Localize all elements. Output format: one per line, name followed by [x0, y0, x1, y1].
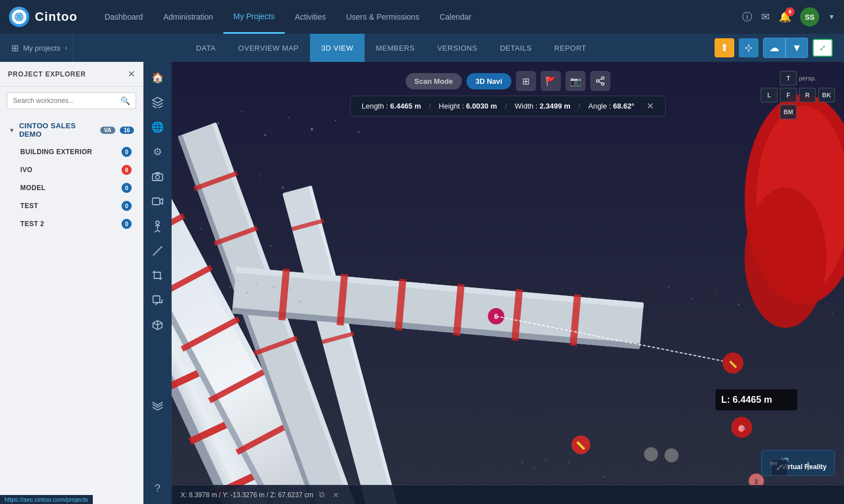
workzone-count: 0 — [122, 219, 132, 229]
camera-view-icon[interactable] — [146, 165, 169, 188]
annotation-icon[interactable] — [146, 289, 169, 312]
workzone-search[interactable]: 🔍 — [7, 92, 136, 109]
sub-navigation: ⊞ My projects › DATA OVERVIEW MAP 3D VIE… — [0, 34, 844, 62]
workzone-building-exterior[interactable]: BUILDING EXTERIOR 0 — [16, 143, 136, 161]
status-bar: X: 8.3978 m / Y: -13.3276 m / Z: 67.6237… — [172, 485, 844, 504]
svg-point-95 — [246, 292, 249, 294]
svg-point-73 — [744, 188, 826, 328]
nav-my-projects[interactable]: My Projects — [223, 0, 285, 34]
mail-icon[interactable]: ✉ — [761, 11, 770, 23]
svg-point-21 — [200, 228, 201, 230]
camera-icon[interactable]: 📷 — [565, 71, 586, 91]
svg-point-111 — [596, 80, 599, 83]
copy-coords-icon[interactable]: ⧉ — [319, 490, 325, 500]
measurement-close-icon[interactable]: ✕ — [647, 101, 654, 111]
project-explorer-sidebar: PROJECT EXPLORER ✕ 🔍 ▼ CINTOO SALES DEMO… — [0, 62, 143, 504]
notifications-icon[interactable]: 🔔 9 — [779, 11, 791, 23]
help-icon[interactable]: ? — [146, 477, 169, 500]
pipes-scene: 6 📏 📏 🎯 4 2 — [172, 62, 844, 504]
workzone-name: BUILDING EXTERIOR — [20, 148, 122, 156]
svg-point-107 — [580, 473, 582, 475]
globe-icon[interactable]: 🌐 — [146, 116, 169, 138]
logo-area[interactable]: Cintoo — [9, 7, 78, 27]
video-icon[interactable] — [146, 190, 169, 213]
crop-icon[interactable] — [146, 264, 169, 287]
nav-calendar[interactable]: Calendar — [429, 0, 482, 34]
app-name: Cintoo — [35, 10, 78, 24]
cam-top-button[interactable]: T — [780, 71, 797, 86]
share-icon[interactable] — [590, 71, 610, 91]
settings-icon[interactable]: ⚙ — [146, 141, 169, 163]
svg-text:2: 2 — [755, 479, 758, 485]
project-header[interactable]: ▼ CINTOO SALES DEMO VA 16 — [7, 118, 136, 142]
workzone-count: 0 — [122, 183, 132, 193]
measure-icon[interactable] — [146, 240, 169, 262]
svg-point-94 — [238, 281, 239, 282]
user-avatar[interactable]: SS — [800, 7, 819, 26]
workzone-model[interactable]: MODEL 0 — [16, 179, 136, 197]
close-coords-icon[interactable]: ✕ — [333, 490, 339, 500]
tab-overview-map[interactable]: OVERVIEW MAP — [227, 34, 310, 62]
nav-activities[interactable]: Activities — [285, 0, 336, 34]
cam-perspective-label: persp. — [799, 75, 816, 82]
cam-back-button[interactable]: BK — [818, 88, 835, 102]
tab-details[interactable]: DETAILS — [488, 34, 543, 62]
sidebar-header: PROJECT EXPLORER ✕ — [0, 62, 143, 87]
3d-viewport[interactable]: 6 📏 📏 🎯 4 2 — [172, 62, 844, 504]
person-location-icon[interactable] — [146, 215, 169, 237]
svg-line-114 — [599, 79, 601, 80]
tab-3d-view[interactable]: 3D VIEW — [310, 34, 365, 62]
svg-point-12 — [264, 134, 266, 136]
svg-point-16 — [358, 131, 360, 133]
tab-members[interactable]: MEMBERS — [365, 34, 426, 62]
tab-versions[interactable]: VERSIONS — [426, 34, 488, 62]
svg-point-109 — [603, 476, 605, 478]
user-menu-chevron[interactable]: ▼ — [828, 13, 835, 21]
exit-fullscreen-button[interactable]: ⤢ — [771, 459, 788, 476]
scan-mode-button[interactable]: Scan Mode — [405, 73, 462, 89]
search-input[interactable] — [13, 97, 116, 105]
svg-point-105 — [557, 471, 558, 472]
upload-button[interactable]: ☁ — [763, 38, 785, 58]
svg-point-10 — [218, 123, 219, 124]
svg-point-112 — [601, 83, 604, 86]
tab-data[interactable]: DATA — [185, 34, 227, 62]
workzone-test2[interactable]: TEST 2 0 — [16, 215, 136, 233]
project-badge-count: 16 — [120, 127, 134, 134]
svg-point-96 — [255, 284, 257, 285]
grid-view-icon[interactable]: ⊞ — [11, 43, 19, 53]
cam-left-button[interactable]: L — [761, 88, 778, 102]
box-icon[interactable] — [146, 314, 169, 336]
nav-dashboard[interactable]: Dashboard — [95, 0, 154, 34]
nav-administration[interactable]: Administration — [153, 0, 223, 34]
action-button-cursor[interactable]: ⊹ — [739, 38, 758, 57]
cam-right-button[interactable]: R — [799, 88, 816, 102]
svg-point-100 — [291, 289, 292, 290]
svg-point-27 — [715, 292, 716, 294]
cam-front-button[interactable]: F — [780, 88, 797, 102]
project-expand-icon: ▼ — [9, 127, 15, 133]
action-button-yellow[interactable]: ⬆ — [715, 38, 734, 57]
stack-layers-icon[interactable] — [146, 395, 169, 418]
svg-point-106 — [568, 461, 571, 464]
grid-view-toggle[interactable]: ⊞ — [516, 71, 536, 91]
cam-bottom-button[interactable]: BM — [780, 105, 797, 119]
close-sidebar-icon[interactable]: ✕ — [128, 69, 135, 79]
search-icon[interactable]: 🔍 — [120, 96, 130, 105]
info-icon[interactable]: ⓘ — [742, 10, 752, 24]
layers-icon[interactable] — [146, 91, 169, 114]
3d-navi-button[interactable]: 3D Navi — [466, 73, 511, 89]
nav-users-permissions[interactable]: Users & Permissions — [336, 0, 429, 34]
coordinates-display: X: 8.3978 m / Y: -13.3276 m / Z: 67.6237… — [181, 491, 313, 499]
upload-dropdown-button[interactable]: ▼ — [785, 38, 808, 58]
breadcrumb[interactable]: My projects — [23, 44, 60, 52]
tab-report[interactable]: REPORT — [543, 34, 598, 62]
workzone-ivo[interactable]: IVO 8 — [16, 161, 136, 179]
svg-point-108 — [592, 465, 593, 466]
home-icon[interactable]: 🏠 — [146, 66, 169, 89]
export-button[interactable]: ⤢ — [812, 39, 833, 57]
svg-text:🎯: 🎯 — [737, 424, 746, 433]
flag-icon[interactable]: 🚩 — [541, 71, 561, 91]
svg-point-7 — [156, 221, 159, 224]
workzone-test[interactable]: TEST 0 — [16, 197, 136, 215]
